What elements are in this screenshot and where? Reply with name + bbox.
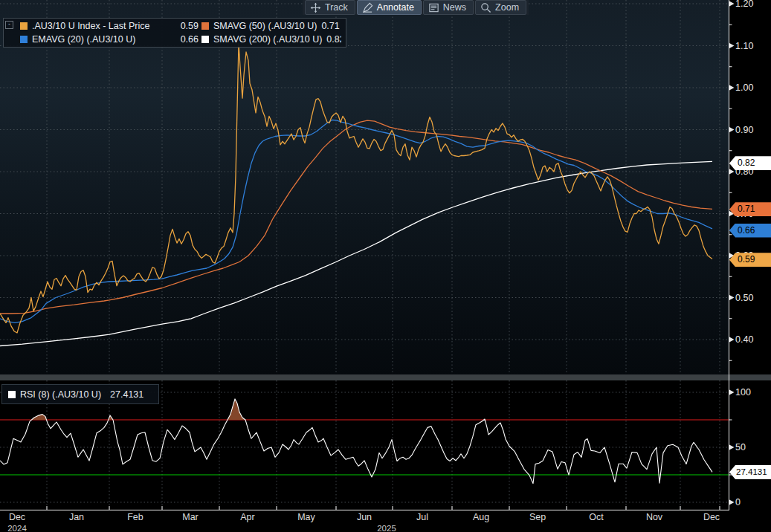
legend-value: 0.66 bbox=[181, 34, 201, 45]
month-label: Dec bbox=[9, 512, 25, 522]
price-axis-label: 1.10 bbox=[735, 40, 753, 52]
month-label: Dec bbox=[703, 512, 720, 522]
month-label: May bbox=[297, 512, 315, 522]
month-label: Oct bbox=[589, 512, 603, 522]
magnifier-icon bbox=[480, 2, 491, 13]
legend-swatch-last-price bbox=[20, 22, 28, 30]
price-flag-smavg50: 0.71 bbox=[729, 202, 771, 216]
toolbar-button-track[interactable]: Track bbox=[305, 0, 355, 15]
toolbar-button-label: Zoom bbox=[495, 1, 519, 14]
legend-value: 0.82 bbox=[326, 34, 341, 45]
rsi-legend-value: 27.4131 bbox=[110, 389, 143, 400]
rsi-tick-arrow bbox=[729, 390, 735, 395]
legend-swatch-smavg200 bbox=[201, 36, 209, 43]
legend-label: SMAVG (50) (.AU3/10 U) bbox=[213, 21, 317, 31]
legend-item-emavg20[interactable]: EMAVG (20) (.AU3/10 U)0.66 bbox=[20, 33, 201, 46]
legend-swatch-emavg20 bbox=[20, 36, 28, 43]
price-tick-arrow bbox=[729, 127, 735, 132]
toolbar-button-zoom[interactable]: Zoom bbox=[475, 0, 526, 15]
toolbar-button-annotate[interactable]: Annotate bbox=[357, 0, 422, 15]
month-label: Feb bbox=[127, 512, 143, 522]
rsi-legend[interactable]: RSI (8) (.AU3/10 U) 27.4131 bbox=[1, 384, 159, 404]
rsi-legend-label: RSI (8) (.AU3/10 U) bbox=[20, 389, 101, 400]
rsi-value-flag: 27.4131 bbox=[729, 465, 771, 479]
price-tick-arrow bbox=[729, 43, 735, 48]
panel-divider[interactable] bbox=[0, 374, 771, 380]
month-label: Jul bbox=[416, 512, 428, 522]
price-tick-arrow bbox=[729, 85, 735, 91]
price-flag-last-price: 0.59 bbox=[729, 253, 771, 267]
legend-collapse-icon[interactable]: - bbox=[5, 21, 13, 29]
month-label: Apr bbox=[240, 512, 254, 522]
toolbar-button-label: Annotate bbox=[377, 1, 414, 14]
month-label: Mar bbox=[182, 512, 199, 522]
price-axis-label: 0.50 bbox=[735, 292, 753, 304]
price-tick-arrow bbox=[729, 337, 735, 343]
price-axis-label: 1.00 bbox=[735, 82, 753, 94]
rsi-tick-arrow bbox=[729, 500, 735, 505]
legend-value: 0.71 bbox=[321, 21, 341, 31]
bloomberg-chart-screen: TrackAnnotateNewsZoom .AU3/10 U Index - … bbox=[0, 0, 771, 532]
month-label: Aug bbox=[473, 512, 489, 522]
month-label: Jun bbox=[357, 512, 372, 522]
price-rsi-chart[interactable] bbox=[0, 0, 771, 532]
rsi-axis-label: 0 bbox=[735, 496, 741, 508]
price-flag-smavg200: 0.82 bbox=[729, 156, 771, 170]
rsi-tick-arrow bbox=[729, 445, 735, 450]
year-label: 2024 bbox=[7, 524, 27, 532]
chart-toolbar: TrackAnnotateNewsZoom bbox=[303, 0, 529, 15]
pencil-icon bbox=[362, 2, 373, 13]
toolbar-button-label: Track bbox=[325, 1, 348, 14]
toolbar-button-news[interactable]: News bbox=[423, 0, 474, 15]
legend-item-smavg50[interactable]: SMAVG (50) (.AU3/10 U)0.71 bbox=[201, 19, 341, 33]
price-axis-label: 0.90 bbox=[735, 124, 753, 136]
price-axis-label: 1.20 bbox=[735, 0, 753, 10]
price-flag-emavg20: 0.66 bbox=[729, 224, 771, 238]
toolbar-button-label: News bbox=[443, 1, 466, 14]
month-label: Jan bbox=[69, 512, 84, 522]
price-axis-label: 0.40 bbox=[735, 334, 753, 346]
legend-swatch-smavg50 bbox=[201, 22, 209, 30]
crosshair-icon bbox=[310, 2, 321, 13]
legend-label: EMAVG (20) (.AU3/10 U) bbox=[32, 34, 135, 45]
month-label: Nov bbox=[646, 512, 662, 522]
main-chart-legend: .AU3/10 U Index - Last Price0.59SMAVG (5… bbox=[3, 18, 346, 48]
price-tick-arrow bbox=[729, 169, 735, 175]
legend-label: .AU3/10 U Index - Last Price bbox=[32, 21, 149, 31]
rsi-swatch bbox=[8, 391, 16, 398]
legend-item-last-price[interactable]: .AU3/10 U Index - Last Price0.59 bbox=[20, 19, 201, 33]
rsi-axis-label: 50 bbox=[735, 441, 746, 453]
price-tick-arrow bbox=[729, 1, 735, 7]
legend-item-smavg200[interactable]: SMAVG (200) (.AU3/10 U)0.82 bbox=[201, 33, 341, 46]
legend-value: 0.59 bbox=[181, 21, 201, 31]
legend-label: SMAVG (200) (.AU3/10 U) bbox=[213, 34, 322, 45]
price-tick-arrow bbox=[729, 295, 735, 300]
year-label: 2025 bbox=[377, 524, 396, 532]
month-label: Sep bbox=[529, 512, 546, 522]
news-icon bbox=[428, 2, 439, 13]
rsi-axis-label: 100 bbox=[735, 386, 751, 398]
